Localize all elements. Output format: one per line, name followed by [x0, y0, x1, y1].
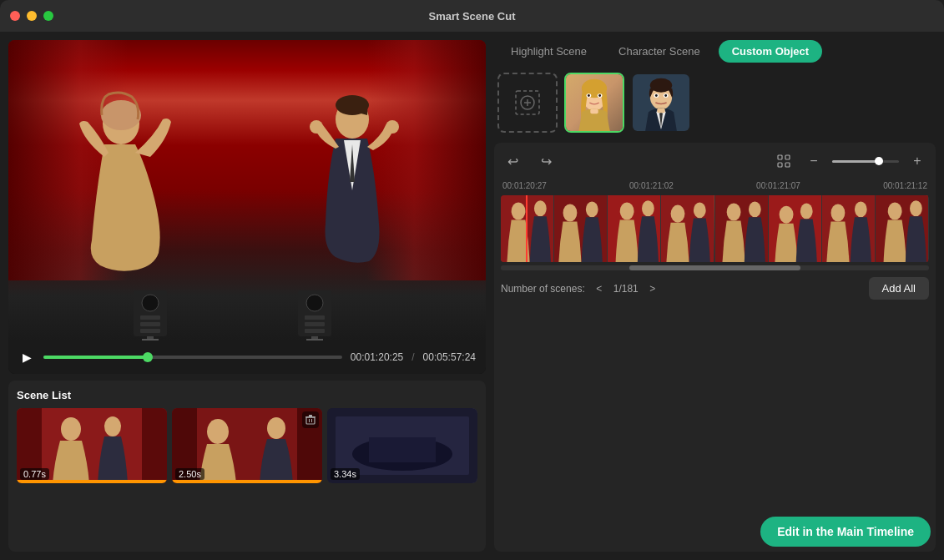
svg-point-84 — [855, 201, 867, 217]
playhead[interactable] — [526, 195, 528, 262]
timeline-left-tools: ↩ ↪ — [501, 149, 558, 173]
svg-point-78 — [748, 201, 760, 217]
title-bar: Smart Scene Cut — [0, 0, 944, 32]
scene-thumb-1[interactable]: 0.77s — [17, 408, 167, 483]
edit-timeline-button[interactable]: Edit in the Main Timeline — [760, 517, 931, 547]
fit-icon — [777, 154, 790, 168]
svg-rect-63 — [785, 163, 790, 167]
add-char-icon — [512, 88, 543, 118]
video-controls: ▶ 00:01:20:25 / 00:05:57:24 — [8, 341, 486, 374]
scene-count-left: Number of scenes: < 1/181 > — [501, 281, 660, 296]
delete-icon — [305, 415, 316, 425]
char-thumb-1[interactable] — [564, 73, 624, 133]
frame-1 — [501, 195, 554, 262]
svg-rect-9 — [140, 322, 160, 326]
timeline-section: ↩ ↪ − — [494, 143, 936, 552]
progress-bar[interactable] — [43, 356, 342, 359]
timeline-scrollbar[interactable] — [501, 265, 929, 270]
timeline-outer — [501, 195, 929, 270]
fit-button[interactable] — [772, 149, 795, 173]
char-thumb-2[interactable] — [631, 73, 691, 133]
svg-rect-22 — [142, 408, 167, 483]
timeline-ruler: 00:01:20:27 00:01:21:02 00:01:21:07 00:0… — [501, 179, 929, 192]
svg-point-69 — [586, 201, 598, 217]
tab-custom[interactable]: Custom Object — [719, 40, 822, 63]
svg-point-1 — [101, 100, 141, 130]
progress-handle[interactable] — [143, 352, 153, 362]
left-panel: ▶ 00:01:20:25 / 00:05:57:24 Scene List — [8, 40, 486, 552]
svg-point-86 — [888, 202, 902, 219]
svg-point-49 — [588, 94, 590, 97]
svg-rect-62 — [778, 163, 782, 167]
frame-5-content — [715, 195, 768, 262]
scene-count-label: Number of scenes: — [501, 283, 585, 295]
svg-rect-12 — [142, 339, 159, 341]
frame-4 — [661, 195, 714, 262]
frame-6 — [769, 195, 822, 262]
svg-point-58 — [664, 94, 667, 97]
video-canvas — [8, 40, 486, 341]
svg-rect-31 — [309, 419, 310, 422]
close-button[interactable] — [10, 11, 20, 21]
next-scene-button[interactable]: > — [645, 281, 660, 296]
svg-rect-38 — [369, 437, 436, 462]
svg-point-75 — [694, 202, 706, 218]
frame-6-content — [769, 195, 821, 262]
svg-rect-30 — [306, 417, 315, 424]
add-all-button[interactable]: Add All — [869, 277, 929, 300]
svg-point-24 — [104, 416, 121, 436]
svg-point-80 — [779, 206, 793, 224]
undo-button[interactable]: ↩ — [501, 149, 524, 173]
svg-point-14 — [306, 295, 323, 311]
svg-point-50 — [598, 94, 601, 97]
redo-button[interactable]: ↪ — [534, 149, 558, 173]
scene-thumb-3[interactable]: 3.34s — [327, 408, 477, 483]
timeline-toolbar: ↩ ↪ − — [501, 149, 929, 173]
svg-rect-17 — [305, 329, 325, 333]
progress-fill — [43, 356, 148, 359]
svg-point-87 — [910, 200, 922, 216]
svg-point-7 — [142, 295, 159, 311]
timeline-strip[interactable] — [501, 195, 929, 262]
svg-rect-34 — [309, 415, 312, 416]
right-panel: Highlight Scene Character Scene Custom O… — [494, 40, 936, 552]
svg-rect-19 — [306, 339, 323, 341]
scene-count-bar: Number of scenes: < 1/181 > Add All — [501, 277, 929, 300]
timestamp-2: 00:01:21:02 — [629, 181, 674, 190]
char-1-image — [566, 74, 623, 131]
frame-5 — [715, 195, 769, 262]
scene-2-delete-button[interactable] — [302, 411, 319, 428]
tab-highlight[interactable]: Highlight Scene — [497, 40, 600, 63]
scene-image — [8, 40, 486, 341]
zoom-in-button[interactable]: + — [906, 149, 929, 173]
svg-point-5 — [336, 95, 369, 115]
window-controls — [10, 11, 53, 21]
total-time: 00:05:57:24 — [423, 351, 476, 363]
svg-point-29 — [267, 417, 285, 439]
zoom-out-button[interactable]: − — [802, 149, 825, 173]
prev-scene-button[interactable]: < — [592, 281, 607, 296]
svg-rect-51 — [590, 109, 598, 114]
scene-thumb-2[interactable]: 2.50s — [172, 408, 322, 483]
svg-point-74 — [671, 205, 685, 223]
svg-point-72 — [642, 200, 654, 216]
play-button[interactable]: ▶ — [18, 349, 35, 366]
scrollbar-thumb[interactable] — [629, 265, 800, 270]
minimize-button[interactable] — [27, 11, 37, 21]
svg-point-71 — [620, 202, 634, 219]
maximize-button[interactable] — [43, 11, 53, 21]
scene-1-bar — [17, 480, 167, 483]
char-2-image — [633, 74, 689, 131]
zoom-fill — [832, 160, 879, 163]
time-separator: / — [411, 351, 414, 363]
scene-list-title: Scene List — [17, 389, 477, 401]
svg-point-68 — [563, 204, 578, 222]
zoom-handle[interactable] — [875, 157, 883, 165]
stage-props — [125, 274, 175, 341]
zoom-track[interactable] — [832, 160, 899, 163]
add-character-button[interactable] — [497, 73, 558, 133]
tab-character[interactable]: Character Scene — [605, 40, 714, 63]
frame-2-content — [554, 195, 607, 262]
svg-rect-10 — [140, 329, 160, 333]
svg-rect-32 — [311, 419, 312, 422]
